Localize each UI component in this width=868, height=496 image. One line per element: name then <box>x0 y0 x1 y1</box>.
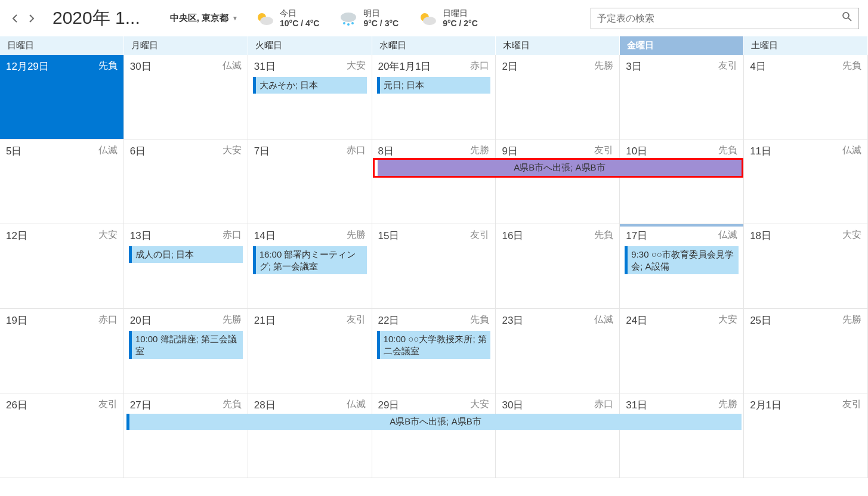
rokuyou-label: 先負 <box>98 60 118 73</box>
next-month-button[interactable] <box>26 13 38 24</box>
multi-day-event[interactable]: A県B市へ出張; A県B市 <box>126 414 742 430</box>
day-cell[interactable]: 9日友引 <box>496 140 620 224</box>
weather-tomorrow[interactable]: 明日 9°C / 3°C <box>338 8 412 29</box>
date-bar: 4日先負 <box>749 58 863 77</box>
weather-today[interactable]: 今日 10°C / 4°C <box>255 8 332 29</box>
date-bar: 30日赤口 <box>501 397 614 416</box>
date-label: 16日 <box>502 229 523 243</box>
date-label: 12日 <box>6 229 27 243</box>
date-label: 19日 <box>6 314 27 327</box>
rokuyou-label: 仏滅 <box>594 314 613 327</box>
day-cell[interactable]: 26日友引 <box>0 393 124 478</box>
day-cell[interactable]: 2月1日友引 <box>744 393 868 478</box>
day-cell[interactable]: 11日仏滅 <box>744 140 868 224</box>
svg-point-8 <box>843 13 849 18</box>
rokuyou-label: 大安 <box>347 60 366 73</box>
day-cell[interactable]: 2日先勝 <box>496 55 620 140</box>
day-cell[interactable]: 19日赤口 <box>0 309 124 393</box>
day-cell[interactable]: 13日赤口成人の日; 日本 <box>124 224 248 309</box>
date-bar: 2日先勝 <box>501 58 614 77</box>
rokuyou-label: 先負 <box>223 398 242 412</box>
rokuyou-label: 先負 <box>470 314 489 327</box>
date-label: 31日 <box>626 398 647 412</box>
date-bar: 22日先負 <box>377 312 491 331</box>
date-label: 5日 <box>6 144 21 158</box>
day-header: 月曜日 <box>124 36 248 55</box>
day-cell[interactable]: 17日仏滅9:30 ○○市教育委員会見学会; A設備 <box>620 224 744 309</box>
day-cell[interactable]: 30日仏滅 <box>124 55 248 140</box>
day-cell[interactable]: 31日大安大みそか; 日本 <box>248 55 372 140</box>
svg-point-4 <box>347 23 350 26</box>
day-cell[interactable]: 14日先勝16:00 部署内ミーティング; 第一会議室 <box>248 224 372 309</box>
day-cell[interactable]: 27日先負 <box>124 393 248 478</box>
rokuyou-label: 先勝 <box>594 60 613 73</box>
day-cell[interactable]: 16日先負 <box>496 224 620 309</box>
location-selector[interactable]: 中央区, 東京都 ▼ <box>170 13 249 24</box>
day-header-row: 日曜日月曜日火曜日水曜日木曜日金曜日土曜日 <box>0 36 868 55</box>
event-item[interactable]: 10:00 簿記講座; 第三会議室 <box>129 331 243 359</box>
day-cell[interactable]: 20年1月1日赤口元日; 日本 <box>372 55 496 140</box>
day-cell[interactable]: 28日仏滅 <box>248 393 372 478</box>
rokuyou-label: 仏滅 <box>223 60 242 73</box>
date-bar: 27日先負 <box>129 397 243 416</box>
day-cell[interactable]: 21日友引 <box>248 309 372 393</box>
event-item[interactable]: 元日; 日本 <box>377 77 491 94</box>
day-cell[interactable]: 23日仏滅 <box>496 309 620 393</box>
date-label: 31日 <box>254 60 276 73</box>
date-bar: 23日仏滅 <box>501 312 614 331</box>
nav-arrows <box>9 13 47 24</box>
weather-temp: 10°C / 4°C <box>280 18 319 29</box>
date-label: 25日 <box>750 314 771 327</box>
day-cell[interactable]: 6日大安 <box>124 140 248 224</box>
day-cell[interactable]: 8日先勝 <box>372 140 496 224</box>
day-cell[interactable]: 15日友引 <box>372 224 496 309</box>
day-cell[interactable]: 22日先負10:00 ○○大学教授来所; 第二会議室 <box>372 309 496 393</box>
day-cell[interactable]: 12日大安 <box>0 224 124 309</box>
event-item[interactable]: 16:00 部署内ミーティング; 第一会議室 <box>253 246 367 274</box>
day-cell[interactable]: 18日大安 <box>744 224 868 309</box>
event-item[interactable]: 9:30 ○○市教育委員会見学会; A設備 <box>625 246 739 274</box>
day-cell[interactable]: 3日友引 <box>620 55 744 140</box>
day-header: 金曜日 <box>620 36 744 55</box>
date-bar: 5日仏滅 <box>5 143 119 162</box>
date-bar: 20年1月1日赤口 <box>377 58 491 77</box>
day-cell[interactable]: 20日先勝10:00 簿記講座; 第三会議室 <box>124 309 248 393</box>
month-title[interactable]: 2020年 1... <box>52 6 164 30</box>
date-label: 3日 <box>626 60 641 73</box>
date-bar: 29日大安 <box>377 397 491 416</box>
date-label: 17日 <box>626 229 647 243</box>
prev-month-button[interactable] <box>9 13 21 24</box>
event-item[interactable]: 10:00 ○○大学教授来所; 第二会議室 <box>377 331 491 359</box>
day-cell[interactable]: 5日仏滅 <box>0 140 124 224</box>
event-item[interactable]: 成人の日; 日本 <box>129 246 243 263</box>
day-cell[interactable]: 30日赤口 <box>496 393 620 478</box>
svg-point-2 <box>341 13 356 22</box>
rokuyou-label: 赤口 <box>98 314 118 327</box>
sun-cloud-icon <box>418 10 438 27</box>
rokuyou-label: 仏滅 <box>347 398 366 412</box>
day-cell[interactable]: 10日先負 <box>620 140 744 224</box>
search-box[interactable] <box>591 8 859 29</box>
multi-day-event[interactable]: A県B市へ出張; A県B市 <box>375 160 742 176</box>
date-bar: 3日友引 <box>625 58 739 77</box>
day-cell[interactable]: 31日先勝 <box>620 393 744 478</box>
search-input[interactable] <box>597 13 842 24</box>
search-icon[interactable] <box>842 11 852 25</box>
day-cell[interactable]: 4日先負 <box>744 55 868 140</box>
rokuyou-label: 赤口 <box>347 144 366 158</box>
rokuyou-label: 友引 <box>594 144 613 158</box>
rokuyou-label: 先負 <box>594 229 613 243</box>
day-cell[interactable]: 24日大安 <box>620 309 744 393</box>
rokuyou-label: 大安 <box>223 144 242 158</box>
day-cell[interactable]: 12月29日先負 <box>0 55 124 140</box>
day-cell[interactable]: 25日先勝 <box>744 309 868 393</box>
event-item[interactable]: 大みそか; 日本 <box>253 77 367 94</box>
weather-sunday[interactable]: 日曜日 9°C / 2°C <box>418 8 491 29</box>
rokuyou-label: 仏滅 <box>98 144 118 158</box>
rokuyou-label: 先勝 <box>347 229 366 243</box>
day-cell[interactable]: 7日赤口 <box>248 140 372 224</box>
date-label: 12月29日 <box>6 60 49 73</box>
day-cell[interactable]: 29日大安 <box>372 393 496 478</box>
rokuyou-label: 仏滅 <box>842 144 861 158</box>
date-bar: 20日先勝 <box>129 312 243 331</box>
